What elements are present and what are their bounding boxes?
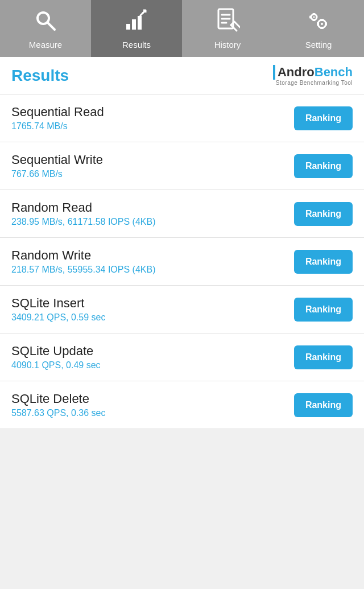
tab-setting[interactable]: Setting <box>273 0 364 57</box>
svg-rect-16 <box>313 19 316 21</box>
tab-results[interactable]: Results <box>91 0 182 57</box>
page-title: Results <box>11 67 69 85</box>
svg-rect-24 <box>325 22 327 26</box>
history-icon <box>215 8 240 36</box>
ranking-button[interactable]: Ranking <box>294 393 353 417</box>
measure-icon <box>33 8 58 36</box>
svg-rect-23 <box>317 22 319 26</box>
svg-point-14 <box>313 16 315 18</box>
result-value: 5587.63 QPS, 0.36 sec <box>11 408 294 418</box>
results-header: Results AndroBench Storage Benchmarking … <box>0 57 364 94</box>
ranking-button[interactable]: Ranking <box>294 154 353 178</box>
results-icon <box>124 8 149 36</box>
result-item: Sequential Write 767.66 MB/s Ranking <box>0 142 364 190</box>
ranking-button[interactable]: Ranking <box>294 250 353 274</box>
result-info: SQLite Insert 3409.21 QPS, 0.59 sec <box>11 296 294 323</box>
result-value: 218.57 MB/s, 55955.34 IOPS (4KB) <box>11 265 294 275</box>
svg-rect-3 <box>132 19 136 30</box>
result-item: SQLite Delete 5587.63 QPS, 0.36 sec Rank… <box>0 381 364 429</box>
result-info: SQLite Update 4090.1 QPS, 0.49 sec <box>11 344 294 370</box>
brand-logo: AndroBench Storage Benchmarking Tool <box>273 65 353 86</box>
ranking-button[interactable]: Ranking <box>294 345 353 369</box>
tab-setting-label: Setting <box>305 40 332 50</box>
result-name: Random Read <box>11 200 294 215</box>
results-list: Sequential Read 1765.74 MB/s Ranking Seq… <box>0 94 364 429</box>
tab-bar: Measure Results <box>0 0 364 57</box>
ranking-button[interactable]: Ranking <box>294 202 353 226</box>
result-item: Sequential Read 1765.74 MB/s Ranking <box>0 94 364 142</box>
svg-point-20 <box>321 23 323 25</box>
tab-history-label: History <box>214 40 241 50</box>
setting-icon <box>306 8 331 36</box>
tab-measure[interactable]: Measure <box>0 0 91 57</box>
brand-bar-icon <box>273 65 275 80</box>
result-item: Random Read 238.95 MB/s, 61171.58 IOPS (… <box>0 190 364 238</box>
brand-andro: Andro <box>278 65 315 80</box>
result-value: 1765.74 MB/s <box>11 121 294 131</box>
result-name: SQLite Delete <box>11 392 294 406</box>
result-item: SQLite Insert 3409.21 QPS, 0.59 sec Rank… <box>0 286 364 333</box>
result-info: Random Read 238.95 MB/s, 61171.58 IOPS (… <box>11 200 294 227</box>
result-name: Random Write <box>11 248 294 263</box>
result-info: Sequential Read 1765.74 MB/s <box>11 105 294 131</box>
brand-name: AndroBench <box>273 65 353 80</box>
svg-line-1 <box>47 22 55 30</box>
result-name: SQLite Update <box>11 344 294 359</box>
tab-results-label: Results <box>122 40 151 50</box>
result-value: 4090.1 QPS, 0.49 sec <box>11 360 294 370</box>
result-info: SQLite Delete 5587.63 QPS, 0.36 sec <box>11 392 294 418</box>
svg-line-11 <box>234 22 240 27</box>
result-info: Sequential Write 767.66 MB/s <box>11 153 294 179</box>
svg-rect-4 <box>138 16 142 30</box>
result-value: 3409.21 QPS, 0.59 sec <box>11 312 294 323</box>
svg-rect-17 <box>309 15 311 18</box>
result-value: 767.66 MB/s <box>11 169 294 179</box>
result-item: SQLite Update 4090.1 QPS, 0.49 sec Ranki… <box>0 333 364 381</box>
ranking-button[interactable]: Ranking <box>294 298 353 322</box>
result-name: Sequential Write <box>11 153 294 167</box>
svg-rect-2 <box>126 24 130 30</box>
result-name: SQLite Insert <box>11 296 294 311</box>
svg-rect-15 <box>313 13 316 15</box>
tab-history[interactable]: History <box>182 0 273 57</box>
result-item: Random Write 218.57 MB/s, 55955.34 IOPS … <box>0 238 364 286</box>
brand-subtitle: Storage Benchmarking Tool <box>276 80 353 86</box>
tab-measure-label: Measure <box>29 40 62 50</box>
result-name: Sequential Read <box>11 105 294 120</box>
brand-bench: Bench <box>315 65 353 80</box>
svg-rect-22 <box>320 27 324 29</box>
result-value: 238.95 MB/s, 61171.58 IOPS (4KB) <box>11 217 294 227</box>
ranking-button[interactable]: Ranking <box>294 106 353 130</box>
svg-rect-21 <box>320 19 324 21</box>
result-info: Random Write 218.57 MB/s, 55955.34 IOPS … <box>11 248 294 275</box>
svg-rect-18 <box>316 15 317 18</box>
